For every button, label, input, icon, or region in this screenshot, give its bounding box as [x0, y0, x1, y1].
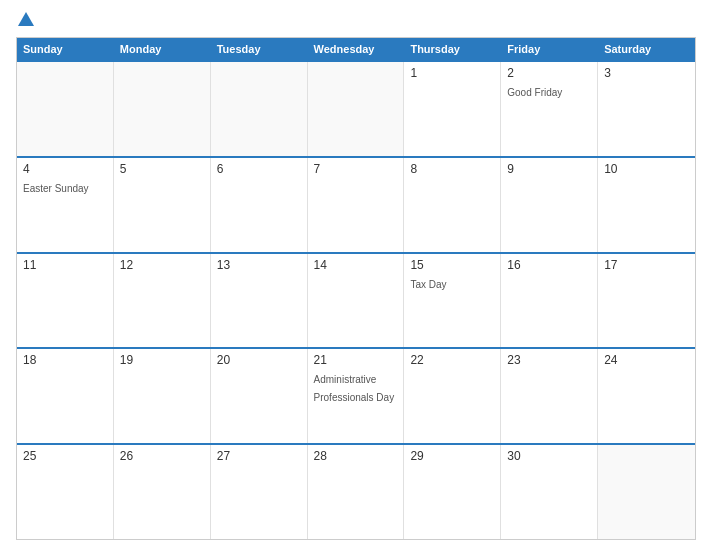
logo [16, 12, 34, 27]
day-number: 16 [507, 258, 591, 272]
calendar-cell: 8 [404, 158, 501, 252]
week-row-2: 1112131415Tax Day1617 [17, 252, 695, 348]
day-number: 12 [120, 258, 204, 272]
day-of-week-saturday: Saturday [598, 38, 695, 60]
day-number: 4 [23, 162, 107, 176]
day-number: 20 [217, 353, 301, 367]
day-number: 17 [604, 258, 689, 272]
calendar-cell: 23 [501, 349, 598, 443]
day-number: 13 [217, 258, 301, 272]
day-number: 29 [410, 449, 494, 463]
calendar-cell: 7 [308, 158, 405, 252]
calendar-cell: 20 [211, 349, 308, 443]
calendar-cell: 17 [598, 254, 695, 348]
day-number: 3 [604, 66, 689, 80]
calendar-cell: 6 [211, 158, 308, 252]
calendar-event: Tax Day [410, 279, 446, 290]
day-number: 14 [314, 258, 398, 272]
day-number: 21 [314, 353, 398, 367]
day-of-week-wednesday: Wednesday [308, 38, 405, 60]
day-of-week-friday: Friday [501, 38, 598, 60]
day-of-week-monday: Monday [114, 38, 211, 60]
logo-triangle-icon [18, 12, 34, 26]
calendar-event: Administrative Professionals Day [314, 374, 395, 403]
calendar: SundayMondayTuesdayWednesdayThursdayFrid… [16, 37, 696, 540]
day-of-week-thursday: Thursday [404, 38, 501, 60]
week-row-1: 4Easter Sunday5678910 [17, 156, 695, 252]
day-number: 15 [410, 258, 494, 272]
calendar-cell: 1 [404, 62, 501, 156]
calendar-cell [308, 62, 405, 156]
calendar-cell: 10 [598, 158, 695, 252]
calendar-cell: 11 [17, 254, 114, 348]
calendar-cell: 26 [114, 445, 211, 539]
logo-blue-text [16, 12, 34, 27]
calendar-cell: 18 [17, 349, 114, 443]
day-number: 6 [217, 162, 301, 176]
calendar-cell: 12 [114, 254, 211, 348]
day-number: 8 [410, 162, 494, 176]
day-number: 27 [217, 449, 301, 463]
calendar-cell: 4Easter Sunday [17, 158, 114, 252]
day-number: 26 [120, 449, 204, 463]
calendar-cell [17, 62, 114, 156]
day-number: 1 [410, 66, 494, 80]
day-number: 5 [120, 162, 204, 176]
calendar-header: SundayMondayTuesdayWednesdayThursdayFrid… [17, 38, 695, 60]
calendar-cell: 25 [17, 445, 114, 539]
calendar-cell: 14 [308, 254, 405, 348]
day-number: 23 [507, 353, 591, 367]
calendar-cell: 5 [114, 158, 211, 252]
day-number: 25 [23, 449, 107, 463]
calendar-cell: 29 [404, 445, 501, 539]
day-number: 19 [120, 353, 204, 367]
week-row-0: 12Good Friday3 [17, 60, 695, 156]
day-number: 7 [314, 162, 398, 176]
calendar-cell: 16 [501, 254, 598, 348]
calendar-cell [114, 62, 211, 156]
day-number: 11 [23, 258, 107, 272]
calendar-cell: 30 [501, 445, 598, 539]
calendar-cell [211, 62, 308, 156]
day-number: 10 [604, 162, 689, 176]
day-number: 9 [507, 162, 591, 176]
day-number: 22 [410, 353, 494, 367]
header [16, 12, 696, 27]
calendar-cell: 19 [114, 349, 211, 443]
calendar-cell: 13 [211, 254, 308, 348]
calendar-cell [598, 445, 695, 539]
day-number: 28 [314, 449, 398, 463]
page: SundayMondayTuesdayWednesdayThursdayFrid… [0, 0, 712, 550]
week-row-3: 18192021Administrative Professionals Day… [17, 347, 695, 443]
day-number: 24 [604, 353, 689, 367]
calendar-cell: 2Good Friday [501, 62, 598, 156]
calendar-body: 12Good Friday34Easter Sunday567891011121… [17, 60, 695, 539]
calendar-cell: 28 [308, 445, 405, 539]
calendar-event: Easter Sunday [23, 183, 89, 194]
day-number: 18 [23, 353, 107, 367]
calendar-cell: 3 [598, 62, 695, 156]
day-number: 2 [507, 66, 591, 80]
day-number: 30 [507, 449, 591, 463]
calendar-cell: 27 [211, 445, 308, 539]
day-of-week-tuesday: Tuesday [211, 38, 308, 60]
week-row-4: 252627282930 [17, 443, 695, 539]
day-of-week-sunday: Sunday [17, 38, 114, 60]
calendar-cell: 22 [404, 349, 501, 443]
calendar-cell: 24 [598, 349, 695, 443]
calendar-cell: 9 [501, 158, 598, 252]
calendar-cell: 21Administrative Professionals Day [308, 349, 405, 443]
calendar-event: Good Friday [507, 87, 562, 98]
calendar-cell: 15Tax Day [404, 254, 501, 348]
